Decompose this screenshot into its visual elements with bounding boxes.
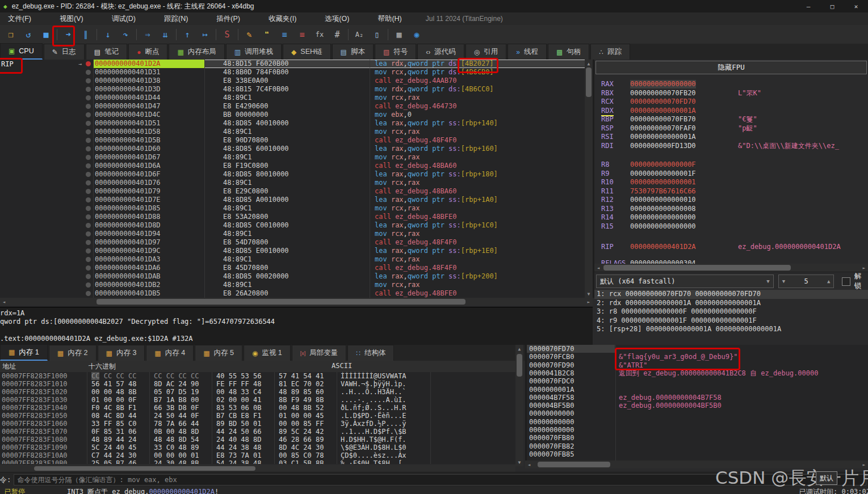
scroll-right-icon[interactable]: ►: [860, 264, 868, 272]
fastcall-arg-row[interactable]: 4: r9 000000000000001F 000000000000001F: [594, 316, 868, 326]
dump-row[interactable]: 00007FF8283F10A0C7 44 24 3000 00 00 01E8…: [0, 451, 515, 459]
disassembly-row[interactable]: 0000000000401D4CBB 00000000mov ebx,0: [0, 111, 585, 119]
unlock-checkbox[interactable]: [842, 277, 850, 286]
disassembly-row[interactable]: 0000000000401DB248:89C1mov rcx,rax: [0, 281, 585, 289]
stack-row[interactable]: 00000000000: [527, 426, 868, 434]
tab-引用[interactable]: ◎引用: [466, 44, 506, 60]
hide-fpu-button[interactable]: 隐藏FPU: [596, 61, 867, 74]
dump-row[interactable]: 00007FF8283F10700F 85 31 060B 00 48 8D44…: [0, 428, 515, 436]
arg-count-spinner[interactable]: ▼ 5 ▲: [778, 275, 835, 288]
comment-icon[interactable]: ❝: [260, 28, 274, 41]
breakpoint-gutter[interactable]: [83, 85, 94, 94]
stack-row[interactable]: 000004B7F58ez_debug.00000000004B7F58: [527, 394, 868, 402]
stack-row[interactable]: 0000041B2C8返回到 ez_debug.000000000041B2C8…: [527, 369, 868, 377]
stack-row[interactable]: 0000070FB85: [527, 450, 868, 458]
breakpoint-gutter[interactable]: [83, 60, 94, 68]
disassembly-row[interactable]: 0000000000401DAB48:8D85 00020000lea rax,…: [0, 272, 585, 281]
breakpoint-gutter[interactable]: [83, 247, 94, 255]
calculator-icon[interactable]: ▦: [392, 28, 406, 41]
breakpoint-gutter[interactable]: [83, 255, 94, 264]
register-row[interactable]: R140000000000000000: [594, 213, 868, 222]
spinner-up-icon[interactable]: ▲: [827, 278, 830, 284]
fastcall-args-list[interactable]: 1: rcx 000000000070FD70 000000000070FD70…: [594, 290, 868, 335]
disassembly-row[interactable]: 0000000000401D6F48:8D85 80010000lea rax,…: [0, 170, 585, 179]
fastcall-arg-row[interactable]: 5: [rsp+28] 000000000000001A 00000000000…: [594, 325, 868, 334]
disassembly-row[interactable]: 0000000000401D8D48:8D85 C0010000lea rax,…: [0, 221, 585, 230]
step-over-icon[interactable]: ↷: [119, 28, 132, 41]
register-row[interactable]: R130000000000000008: [594, 205, 868, 213]
dump-row[interactable]: 00007FF8283F10905C 24 40 4533 C0 48 8944…: [0, 444, 515, 451]
disassembly-row[interactable]: 0000000000401D47E8 E4290600call ez_debug…: [0, 102, 585, 111]
tab-脚本[interactable]: ▤脚本: [332, 44, 374, 60]
breakpoint-gutter[interactable]: [83, 187, 94, 196]
stack-row[interactable]: 000004BF5B0ez_debug.00000000004BF5B0: [527, 402, 868, 409]
menu-item[interactable]: 收藏夹(I): [261, 14, 304, 24]
dump-tab-内存 2[interactable]: ▦内存 2: [49, 345, 97, 361]
breakpoint-gutter[interactable]: [83, 153, 94, 162]
breakpoint-gutter[interactable]: [83, 230, 94, 238]
tab-断点[interactable]: ●断点: [128, 44, 167, 60]
dump-row[interactable]: 00007FF8283F106033 FF 85 C078 7A 66 4489…: [0, 420, 515, 428]
breakpoint-gutter[interactable]: [83, 119, 94, 128]
execute-till-return-icon[interactable]: ↑: [181, 28, 194, 41]
hex-dump[interactable]: 00007FF8283F1000CC CC CC CCCC CC CC CC40…: [0, 372, 515, 464]
breakpoint-gutter[interactable]: [83, 145, 94, 153]
tab-调用堆栈[interactable]: ▥调用堆栈: [226, 44, 282, 60]
dump-row[interactable]: 00007FF8283F105008 4C 8D 4424 50 44 0FB7…: [0, 412, 515, 420]
dump-tab-内存 4[interactable]: ▦内存 4: [146, 345, 194, 361]
stack-row[interactable]: 0000070FB82: [527, 442, 868, 450]
breakpoint-gutter[interactable]: [83, 128, 94, 136]
registers-hscrollbar[interactable]: ◄ ►: [594, 264, 868, 272]
source-mode-icon[interactable]: S: [220, 28, 234, 41]
highlight-icon[interactable]: ≡: [295, 28, 309, 41]
breakpoint-gutter[interactable]: [83, 238, 94, 247]
function-icon[interactable]: fx: [313, 28, 326, 41]
run-to-cursor-icon[interactable]: ↦: [198, 28, 212, 41]
minimize-button[interactable]: —: [796, 0, 820, 12]
breakpoint-gutter[interactable]: [83, 179, 94, 187]
breakpoint-gutter[interactable]: [83, 162, 94, 170]
fastcall-arg-row[interactable]: 2: rdx 000000000000001A 000000000000001A: [594, 299, 868, 308]
dump-row[interactable]: 00007FF8283F1000CC CC CC CCCC CC CC CC40…: [0, 372, 515, 380]
breakpoint-gutter[interactable]: [83, 170, 94, 179]
disassembly-row[interactable]: 0000000000401D9C48:8D85 E0010000lea rax,…: [0, 247, 585, 255]
stop-icon[interactable]: ■: [39, 28, 53, 41]
dump-tab-内存 3[interactable]: ▦内存 3: [98, 345, 145, 361]
restart-icon[interactable]: ↺: [22, 28, 35, 41]
step-out-icon[interactable]: ⇊: [158, 28, 172, 41]
breakpoint-gutter[interactable]: [83, 221, 94, 230]
dump-row[interactable]: 00007FF8283F101056 41 57 488D AC 24 90FE…: [0, 380, 515, 388]
tab-源代码[interactable]: ‹›源代码: [417, 44, 464, 60]
disassembly-row[interactable]: 0000000000401D5848:89C1mov rcx,rax: [0, 128, 585, 136]
dump-row[interactable]: 00007FF8283F102000 00 48 8B05 07 D5 1900…: [0, 388, 515, 396]
menu-item[interactable]: 跟踪(N): [156, 14, 196, 24]
stack-row[interactable]: 0000070FB80: [527, 434, 868, 442]
dump-vscrollbar[interactable]: ▲ ▼: [515, 345, 523, 466]
dump-row[interactable]: 00007FF8283F103001 00 00 0FB7 1A B8 0002…: [0, 396, 515, 404]
breakpoint-gutter[interactable]: [83, 272, 94, 281]
disassembly-row[interactable]: 0000000000401D97E8 54D70800call ez_debug…: [0, 238, 585, 247]
breakpoint-gutter[interactable]: [83, 94, 94, 102]
breakpoint-gutter[interactable]: [83, 68, 94, 77]
register-row[interactable]: RSP000000000070FAF0"p齪": [594, 124, 868, 133]
disassembly-row[interactable]: 0000000000401D79E8 E29C0800call ez_debug…: [0, 187, 585, 196]
register-row[interactable]: R117530797B67616C66: [594, 187, 868, 196]
dump-row[interactable]: 00007FF8283F1040F0 4C 8B F166 3B D8 0F83…: [0, 404, 515, 412]
stack-row[interactable]: 0000070FDC0: [527, 377, 868, 385]
menu-item[interactable]: 插件(P): [208, 14, 248, 24]
tab-符号[interactable]: ▧符号: [375, 44, 416, 60]
dump-tab-结构体[interactable]: ∷结构体: [347, 345, 394, 361]
menu-item[interactable]: 帮助(H): [370, 14, 409, 24]
scroll-right-icon[interactable]: ►: [585, 298, 593, 306]
disassembly-row[interactable]: 0000000000401D6048:8D85 60010000lea rax,…: [0, 145, 585, 153]
stack-row[interactable]: 00000000000: [527, 418, 868, 426]
step-into-icon[interactable]: ↓: [101, 28, 115, 41]
tab-线程[interactable]: »线程: [508, 44, 547, 60]
menu-item[interactable]: 选项(O): [317, 14, 357, 24]
register-row[interactable]: RIP0000000000401D2Aez_debug.000000000040…: [594, 243, 868, 251]
disassembly-row[interactable]: 0000000000401D38E8 338E0A00call ez_debug…: [0, 77, 585, 85]
register-row[interactable]: RDX000000000000001A: [594, 107, 868, 115]
fastcall-arg-row[interactable]: 1: rcx 000000000070FD70 000000000070FD70: [594, 290, 868, 299]
disassembly-row[interactable]: 0000000000401D6AE8 F19C0800call ez_debug…: [0, 162, 585, 170]
registers-pane[interactable]: 隐藏FPU RAX0000000000000000RBX000000000070…: [594, 60, 868, 264]
